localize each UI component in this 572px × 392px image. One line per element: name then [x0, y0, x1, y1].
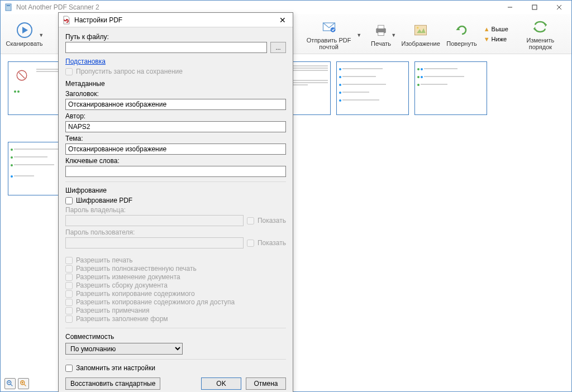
svg-marker-18: [533, 27, 536, 31]
ok-button[interactable]: OK: [201, 377, 241, 390]
remember-checkbox[interactable]: [65, 365, 73, 372]
perm-hqprint-checkbox: [65, 265, 73, 273]
path-label: Путь к файлу:: [65, 33, 286, 41]
reorder-button[interactable]: Изменить порядок: [513, 16, 568, 52]
thumbnail[interactable]: [414, 61, 487, 115]
arrow-up-icon: ▲: [484, 26, 490, 32]
svg-point-15: [417, 26, 419, 28]
dialog-title-bar: Настройки PDF ✕: [59, 13, 293, 27]
keywords-label: Ключевые слова:: [65, 157, 286, 165]
encrypt-pdf-label: Шифрование PDF: [76, 197, 132, 204]
zoom-in-button[interactable]: [18, 378, 29, 389]
svg-rect-0: [6, 4, 11, 11]
svg-line-22: [11, 384, 13, 386]
minimize-button[interactable]: [498, 1, 522, 14]
restore-button[interactable]: Восстановить стандартные: [65, 377, 160, 390]
reorder-icon: [531, 18, 549, 36]
scan-button[interactable]: Сканировать ▼: [4, 16, 45, 52]
user-show-label: Показать: [258, 239, 286, 247]
rotate-button[interactable]: Повернуть: [444, 16, 479, 52]
subject-input[interactable]: [65, 144, 286, 155]
cancel-button[interactable]: Отмена: [246, 377, 286, 390]
owner-pwd-label: Пароль владельца:: [65, 206, 286, 214]
owner-show-checkbox: [247, 217, 254, 224]
compat-section-label: Совместимость: [65, 333, 286, 341]
arrow-down-icon: ▼: [484, 36, 490, 42]
app-icon: [4, 3, 13, 12]
close-button[interactable]: [547, 1, 571, 14]
svg-point-9: [330, 27, 335, 32]
user-show-checkbox: [247, 240, 254, 247]
main-window: Not Another PDF Scanner 2 Сканировать ▼: [0, 0, 572, 392]
perm-modify-checkbox: [65, 274, 73, 281]
envelope-icon: [320, 18, 338, 36]
perm-assemble-checkbox: [65, 282, 73, 289]
encrypt-pdf-checkbox[interactable]: [65, 197, 73, 204]
svg-line-20: [19, 73, 25, 79]
substitution-link[interactable]: Подстановка: [65, 58, 106, 65]
print-button[interactable]: Печать ▼: [365, 16, 397, 52]
user-pwd-input: [65, 237, 244, 248]
header-label: Заголовок:: [65, 90, 286, 98]
svg-rect-11: [378, 25, 384, 28]
zoom-out-button[interactable]: [4, 378, 16, 389]
window-controls: [498, 1, 571, 14]
permissions-list: Разрешить печать Разрешить полнокачестве…: [65, 256, 286, 323]
thumbnail[interactable]: [336, 61, 409, 115]
owner-show-label: Показать: [258, 217, 286, 224]
user-pwd-label: Пароль пользователя:: [65, 228, 286, 236]
maximize-button[interactable]: [522, 1, 547, 14]
author-label: Автор:: [65, 112, 286, 120]
move-group: ▲ Выше ▼ Ниже: [482, 25, 511, 44]
author-input[interactable]: [65, 121, 286, 132]
pdf-icon: [62, 16, 71, 25]
send-pdf-button[interactable]: Отправить PDF почтой ▼: [295, 16, 363, 52]
move-up-button[interactable]: ▲ Выше: [482, 25, 511, 34]
perm-print-checkbox: [65, 257, 73, 264]
printer-icon: [372, 21, 390, 39]
play-icon: [16, 21, 34, 39]
dialog-title: Настройки PDF: [74, 16, 276, 24]
subject-label: Тема:: [65, 135, 286, 142]
svg-rect-3: [532, 5, 537, 9]
perm-annotate-checkbox: [65, 307, 73, 314]
svg-line-25: [24, 384, 26, 386]
skip-save-checkbox: [65, 68, 73, 75]
encryption-section-label: Шифрование: [65, 187, 286, 194]
rotate-icon: [453, 21, 471, 39]
header-input[interactable]: [65, 99, 286, 110]
window-title: Not Another PDF Scanner 2: [16, 3, 498, 11]
perm-copyaccess-checkbox: [65, 299, 73, 306]
dialog-body: Путь к файлу: ... Подстановка Пропустить…: [59, 27, 293, 392]
skip-save-label: Пропустить запрос на сохранение: [76, 68, 183, 75]
path-input[interactable]: [65, 42, 267, 53]
svg-rect-13: [415, 25, 427, 35]
svg-marker-7: [22, 27, 28, 34]
chevron-down-icon: ▼: [391, 32, 396, 38]
svg-marker-17: [545, 23, 547, 27]
dialog-close-button[interactable]: ✕: [276, 15, 289, 26]
image-button[interactable]: Изображение: [399, 16, 442, 52]
image-icon: [412, 21, 430, 39]
browse-button[interactable]: ...: [270, 42, 286, 53]
move-down-button[interactable]: ▼ Ниже: [482, 35, 511, 44]
metadata-section-label: Метаданные: [65, 80, 286, 88]
remember-label: Запомнить эти настройки: [76, 364, 155, 372]
svg-rect-12: [378, 32, 384, 35]
compat-select[interactable]: По умолчанию: [65, 343, 183, 355]
owner-pwd-input: [65, 215, 244, 226]
perm-forms-checkbox: [65, 315, 73, 323]
chevron-down-icon: ▼: [356, 32, 361, 38]
keywords-input[interactable]: [65, 166, 286, 177]
chevron-down-icon: ▼: [39, 32, 44, 38]
pdf-settings-dialog: Настройки PDF ✕ Путь к файлу: ... Подста…: [58, 12, 293, 392]
perm-copy-checkbox: [65, 290, 73, 298]
svg-rect-1: [7, 5, 10, 6]
